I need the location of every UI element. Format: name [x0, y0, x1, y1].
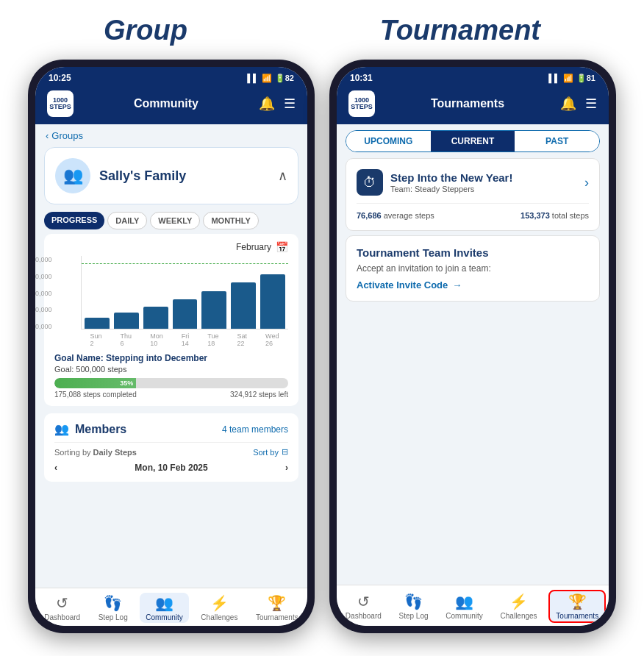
tab-past[interactable]: PAST [515, 131, 599, 151]
chart-section: February 📅 500,000 400,000 300,000 200,0… [44, 234, 298, 406]
members-count: 4 team members [222, 424, 288, 435]
left-logo: 1000STEPS [47, 90, 74, 117]
challenges-icon: ⚡ [210, 594, 229, 612]
calendar-icon[interactable]: 📅 [276, 241, 288, 253]
sort-by-button[interactable]: Sort by ⊟ [253, 447, 288, 457]
members-title: 👥 Members [54, 422, 126, 436]
invites-desc: Accept an invitation to join a team: [357, 263, 589, 274]
chart-y-labels: 500,000 400,000 300,000 200,000 100,000 … [35, 256, 52, 347]
bar-6 [231, 282, 256, 329]
bar-3 [143, 307, 168, 329]
right-tab-steplog[interactable]: 👣 Step Log [393, 591, 434, 621]
tab-monthly[interactable]: MONTHLY [203, 212, 258, 229]
members-icon: 👥 [54, 422, 69, 436]
tournament-stats: 76,686 average steps 153,373 total steps [357, 203, 589, 220]
left-tab-steplog[interactable]: 👣 Step Log [93, 593, 134, 623]
page-titles: Group Tournament [7, 15, 637, 46]
sort-label: Sorting by Daily Steps [54, 448, 137, 457]
right-steplog-icon: 👣 [404, 593, 423, 610]
tab-current[interactable]: CURRENT [431, 131, 515, 151]
goal-dashed-line [82, 263, 288, 264]
invite-code-link[interactable]: Activate Invite Code → [357, 279, 589, 290]
bar-7 [260, 274, 285, 329]
left-wifi-icon: 📶 [262, 74, 272, 83]
tab-daily[interactable]: DAILY [107, 212, 147, 229]
progress-tabs: PROGRESS DAILY WEEKLY MONTHLY [44, 212, 298, 229]
menu-icon[interactable]: ☰ [284, 96, 296, 112]
right-tab-community[interactable]: 👥 Community [440, 591, 489, 621]
group-name: Sally's Family [99, 168, 269, 184]
left-tab-bar: ↺ Dashboard 👣 Step Log 👥 Community ⚡ Cha… [35, 588, 307, 626]
right-nav-icons: 🔔 ☰ [560, 96, 597, 112]
chart-x-labels: Sun2 Thu6 Mon10 Fri14 Tue18 Sat22 Wed26 [81, 332, 288, 347]
chevron-left-icon: ‹ [46, 130, 49, 141]
chart-month: February [236, 242, 271, 252]
filter-icon: ⊟ [282, 447, 288, 457]
date-nav: ‹ Mon, 10 Feb 2025 › [54, 463, 288, 473]
left-status-bar: 10:25 ▌▌ 📶 🔋82 [35, 67, 307, 86]
right-logo: 1000STEPS [348, 90, 375, 117]
tournament-info: Step Into the New Year! Team: Steady Ste… [390, 171, 577, 193]
left-tab-community[interactable]: 👥 Community [140, 593, 189, 623]
right-phone-inner: 10:31 ▌▌ 📶 🔋81 1000STEPS Tournaments 🔔 ☰ [337, 67, 609, 626]
left-status-icons: ▌▌ 📶 🔋82 [247, 74, 294, 83]
right-status-bar: 10:31 ▌▌ 📶 🔋81 [337, 67, 609, 86]
tab-upcoming[interactable]: UPCOMING [346, 131, 431, 151]
tournament-card: ⏱ Step Into the New Year! Team: Steady S… [346, 158, 600, 231]
right-bell-icon[interactable]: 🔔 [560, 96, 576, 112]
bar-5 [201, 291, 226, 329]
tab-weekly[interactable]: WEEKLY [150, 212, 200, 229]
prev-date-button[interactable]: ‹ [54, 463, 57, 473]
tournament-title: Tournament [380, 15, 540, 46]
bar-2 [114, 313, 139, 329]
right-tab-dashboard[interactable]: ↺ Dashboard [340, 591, 387, 621]
bell-icon[interactable]: 🔔 [259, 96, 275, 112]
chevron-up-icon[interactable]: ∧ [278, 168, 287, 184]
right-tab-challenges[interactable]: ⚡ Challenges [495, 591, 543, 621]
tab-progress[interactable]: PROGRESS [44, 212, 104, 229]
progress-bar-inner: 35% [54, 378, 136, 388]
left-phone: 10:25 ▌▌ 📶 🔋82 1000STEPS Community 🔔 ☰ [28, 60, 315, 633]
chart-bars [82, 256, 288, 329]
back-link[interactable]: ‹ Groups [35, 124, 307, 147]
right-status-icons: ▌▌ 📶 🔋81 [548, 74, 595, 83]
members-label: Members [75, 423, 126, 436]
right-tab-tournaments[interactable]: 🏆 Tournaments [548, 590, 606, 623]
left-tournament-icon: 🏆 [268, 594, 286, 612]
left-nav-icons: 🔔 ☰ [259, 96, 296, 112]
back-label: Groups [51, 130, 83, 141]
left-tab-dashboard[interactable]: ↺ Dashboard [38, 593, 86, 623]
group-header: 👥 Sally's Family ∧ [55, 158, 287, 193]
right-nav-bar: 1000STEPS Tournaments 🔔 ☰ [337, 86, 609, 124]
right-dashboard-icon: ↺ [357, 593, 370, 610]
members-header: 👥 Members 4 team members [54, 422, 288, 436]
sort-row: Sorting by Daily Steps Sort by ⊟ [54, 442, 288, 457]
right-challenges-icon: ⚡ [509, 593, 528, 610]
left-battery-icon: 🔋82 [275, 74, 294, 83]
right-community-icon: 👥 [455, 593, 473, 610]
right-wifi-icon: 📶 [563, 74, 573, 83]
left-tab-tournaments[interactable]: 🏆 Tournaments [250, 593, 304, 623]
invite-code-label: Activate Invite Code [357, 279, 448, 290]
chart-area [81, 256, 288, 329]
community-icon: 👥 [155, 594, 173, 612]
left-time: 10:25 [49, 73, 71, 83]
left-nav-title: Community [134, 97, 198, 110]
left-tab-challenges[interactable]: ⚡ Challenges [195, 593, 243, 623]
left-signal-icon: ▌▌ [247, 74, 259, 82]
tournament-chevron-right-icon[interactable]: › [584, 175, 589, 190]
next-date-button[interactable]: › [285, 463, 288, 473]
avg-steps-stat: 76,686 average steps [357, 211, 434, 220]
right-battery-icon: 🔋81 [576, 74, 595, 83]
right-menu-icon[interactable]: ☰ [585, 96, 597, 112]
steps-completed: 175,088 steps completed [54, 391, 137, 399]
invites-card: Tournament Team Invites Accept an invita… [346, 235, 600, 302]
total-steps-stat: 153,373 total steps [520, 211, 589, 220]
right-phone: 10:31 ▌▌ 📶 🔋81 1000STEPS Tournaments 🔔 ☰ [329, 60, 616, 633]
right-tournament-icon: 🏆 [568, 593, 587, 610]
current-date: Mon, 10 Feb 2025 [135, 463, 207, 473]
members-section: 👥 Members 4 team members Sorting by Dail… [44, 413, 298, 482]
steplog-icon: 👣 [104, 594, 122, 612]
goal-name: Goal Name: Stepping into December [54, 353, 288, 363]
goal-value: Goal: 500,000 steps [54, 365, 288, 374]
